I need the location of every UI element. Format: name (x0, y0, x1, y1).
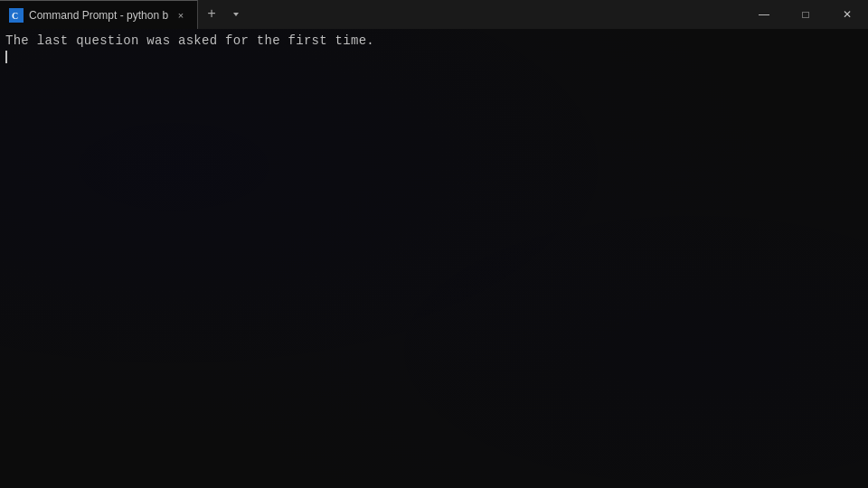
title-bar: C Command Prompt - python b × + — □ ✕ (0, 0, 868, 29)
terminal-cursor-line (5, 51, 863, 63)
svg-text:C: C (12, 11, 18, 21)
terminal-output-line: The last question was asked for the firs… (5, 33, 863, 51)
active-tab[interactable]: C Command Prompt - python b × (0, 0, 198, 29)
tab-strip: C Command Prompt - python b × + (0, 0, 743, 29)
maximize-button[interactable]: □ (785, 0, 826, 29)
tab-dropdown-button[interactable] (225, 0, 247, 29)
close-button[interactable]: ✕ (826, 0, 868, 29)
window-controls: — □ ✕ (743, 0, 868, 29)
new-tab-button[interactable]: + (198, 0, 225, 29)
tab-icon: C (9, 8, 24, 23)
svg-marker-2 (233, 13, 239, 16)
terminal-cursor (5, 51, 7, 63)
tab-label: Command Prompt - python b (29, 9, 168, 22)
terminal-area[interactable]: The last question was asked for the firs… (0, 29, 868, 488)
tab-close-button[interactable]: × (174, 8, 188, 23)
minimize-button[interactable]: — (743, 0, 785, 29)
